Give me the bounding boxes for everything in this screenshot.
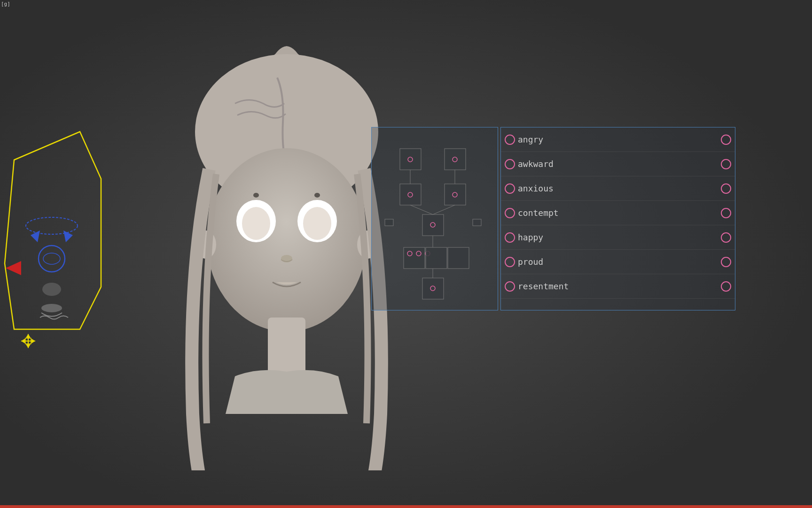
svg-rect-40 <box>385 219 393 226</box>
svg-point-19 <box>207 148 367 332</box>
emotion-circle-left-contempt[interactable] <box>505 208 515 218</box>
svg-marker-15 <box>31 339 35 343</box>
svg-point-3 <box>26 217 78 234</box>
emotion-row-anxious[interactable]: anxious <box>501 176 735 201</box>
emotion-list-panel[interactable]: angryawkwardanxiouscontempthappyproudres… <box>500 127 735 310</box>
emotion-circle-right-awkward[interactable] <box>721 159 731 169</box>
emotion-circle-right-contempt[interactable] <box>721 208 731 218</box>
svg-marker-2 <box>6 261 21 275</box>
node-editor-svg <box>372 127 499 311</box>
svg-point-6 <box>39 246 65 272</box>
svg-marker-14 <box>21 339 25 343</box>
emotion-label-happy: happy <box>518 232 718 242</box>
corner-label: [g] <box>1 1 10 7</box>
emotion-circle-right-anxious[interactable] <box>721 183 731 194</box>
svg-rect-32 <box>445 149 466 170</box>
emotion-circle-right-angry[interactable] <box>721 135 731 145</box>
emotion-circle-left-angry[interactable] <box>505 135 515 145</box>
emotion-label-anxious: anxious <box>518 183 718 193</box>
svg-rect-46 <box>426 247 447 269</box>
svg-point-21 <box>314 193 320 198</box>
emotion-row-contempt[interactable]: contempt <box>501 201 735 225</box>
svg-point-9 <box>41 304 62 312</box>
svg-rect-36 <box>445 184 466 205</box>
emotion-circle-right-proud[interactable] <box>721 257 731 267</box>
svg-point-24 <box>242 207 270 240</box>
emotion-row-angry[interactable]: angry <box>501 127 735 152</box>
emotion-circle-right-happy[interactable] <box>721 232 731 243</box>
emotion-circle-right-resentment[interactable] <box>721 281 731 292</box>
emotion-row-proud[interactable]: proud <box>501 250 735 274</box>
emotion-row-awkward[interactable]: awkward <box>501 152 735 176</box>
svg-rect-34 <box>400 184 421 205</box>
emotion-circle-left-awkward[interactable] <box>505 159 515 169</box>
face-rig-panel <box>0 122 108 367</box>
svg-point-25 <box>303 207 331 240</box>
svg-rect-29 <box>268 318 305 374</box>
svg-marker-13 <box>26 344 31 348</box>
emotion-row-resentment[interactable]: resentment <box>501 274 735 299</box>
svg-marker-12 <box>26 334 31 338</box>
emotion-row-happy[interactable]: happy <box>501 225 735 250</box>
svg-rect-41 <box>473 219 481 226</box>
emotion-circle-left-resentment[interactable] <box>505 281 515 292</box>
svg-rect-38 <box>422 214 444 236</box>
svg-line-52 <box>410 205 433 214</box>
svg-rect-30 <box>400 149 421 170</box>
emotion-list: angryawkwardanxiouscontempthappyproudres… <box>501 127 735 299</box>
node-editor-panel <box>371 127 498 310</box>
emotion-circle-left-happy[interactable] <box>505 232 515 243</box>
emotion-label-contempt: contempt <box>518 208 718 218</box>
svg-point-8 <box>42 283 61 296</box>
emotion-label-proud: proud <box>518 257 718 267</box>
face-rig-svg <box>0 122 108 367</box>
svg-point-20 <box>253 193 259 198</box>
svg-rect-47 <box>448 247 469 269</box>
svg-marker-1 <box>5 132 101 329</box>
emotion-circle-left-proud[interactable] <box>505 257 515 267</box>
bottom-bar <box>0 505 812 508</box>
svg-rect-48 <box>422 278 444 299</box>
svg-rect-42 <box>404 247 425 269</box>
emotion-circle-left-anxious[interactable] <box>505 183 515 194</box>
emotion-label-angry: angry <box>518 135 718 144</box>
emotion-label-resentment: resentment <box>518 281 718 291</box>
main-viewport: [g] <box>0 0 812 508</box>
svg-line-53 <box>433 205 455 214</box>
svg-point-7 <box>43 253 60 264</box>
emotion-label-awkward: awkward <box>518 159 718 169</box>
